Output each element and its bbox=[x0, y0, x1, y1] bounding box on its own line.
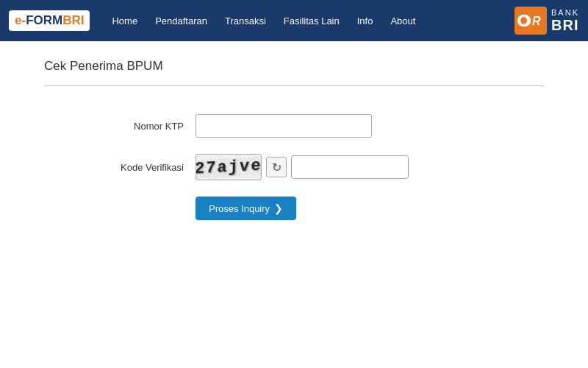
bri-icon: R bbox=[514, 7, 547, 35]
nav-pendaftaran[interactable]: Pendaftaran bbox=[148, 11, 215, 31]
navbar: e-FORMBRI Home Pendaftaran Transaksi Fas… bbox=[0, 0, 588, 41]
captcha-input[interactable] bbox=[291, 155, 409, 179]
main-content: Cek Penerima BPUM Nomor KTP Kode Verifik… bbox=[0, 41, 588, 254]
bank-bri-logo: R BANK BRI bbox=[514, 7, 579, 35]
nav-links: Home Pendaftaran Transaksi Fasilitas Lai… bbox=[104, 11, 423, 31]
form-area: Nomor KTP Kode Verifikasi 27ajve ↻ Prose… bbox=[44, 107, 544, 220]
nomor-ktp-label: Nomor KTP bbox=[88, 121, 184, 132]
brand-e: e- bbox=[15, 13, 26, 27]
proses-inquiry-label: Proses Inquiry bbox=[209, 203, 270, 214]
navbar-left: e-FORMBRI Home Pendaftaran Transaksi Fas… bbox=[9, 10, 423, 31]
captcha-text: 27ajve bbox=[196, 156, 262, 178]
navbar-right: R BANK BRI bbox=[514, 7, 579, 35]
kode-verifikasi-label: Kode Verifikasi bbox=[88, 162, 184, 173]
brand-logo[interactable]: e-FORMBRI bbox=[9, 10, 90, 31]
nav-fasilitas-lain[interactable]: Fasilitas Lain bbox=[276, 11, 347, 31]
bri-text-block: BANK BRI bbox=[551, 8, 579, 33]
captcha-row: 27ajve ↻ bbox=[196, 154, 409, 180]
brand-bri: BRI bbox=[62, 13, 84, 27]
refresh-captcha-button[interactable]: ↻ bbox=[266, 157, 287, 177]
brand-form: FORM bbox=[26, 13, 62, 27]
svg-point-1 bbox=[520, 15, 530, 26]
nomor-ktp-row: Nomor KTP bbox=[88, 114, 544, 138]
nav-info[interactable]: Info bbox=[350, 11, 381, 31]
captcha-image: 27ajve bbox=[196, 154, 262, 180]
divider bbox=[44, 85, 544, 86]
submit-row: Proses Inquiry ❯ bbox=[88, 197, 544, 220]
kode-verifikasi-row: Kode Verifikasi 27ajve ↻ bbox=[88, 154, 544, 180]
nav-home[interactable]: Home bbox=[104, 11, 145, 31]
chevron-right-icon: ❯ bbox=[274, 202, 283, 214]
nomor-ktp-input[interactable] bbox=[196, 114, 372, 138]
page-title: Cek Penerima BPUM bbox=[44, 59, 544, 74]
bri-svg-icon: R bbox=[517, 10, 544, 32]
nav-transaksi[interactable]: Transaksi bbox=[218, 11, 273, 31]
nav-about[interactable]: About bbox=[383, 11, 423, 31]
proses-inquiry-button[interactable]: Proses Inquiry ❯ bbox=[196, 197, 296, 220]
bank-label: BANK bbox=[551, 8, 579, 17]
bri-name-label: BRI bbox=[551, 17, 579, 33]
